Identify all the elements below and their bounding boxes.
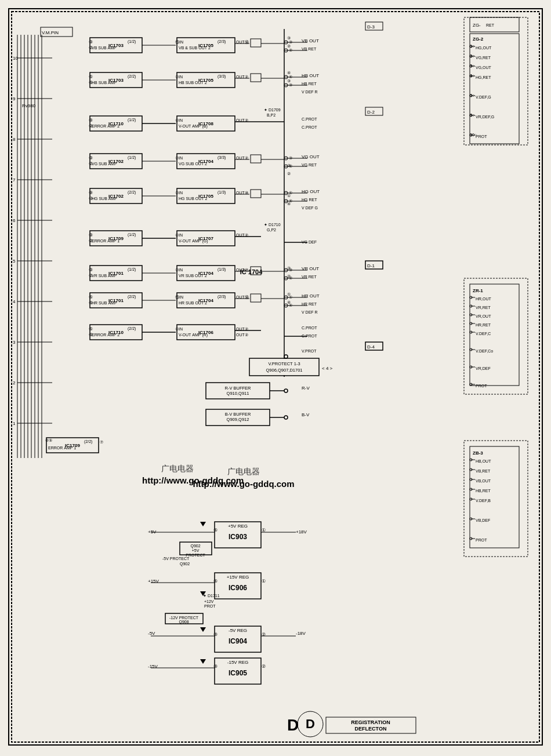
schematic-diagram: 广电电器 http://www.go-gddq.com D [0, 0, 551, 756]
circuit-canvas [0, 0, 551, 756]
